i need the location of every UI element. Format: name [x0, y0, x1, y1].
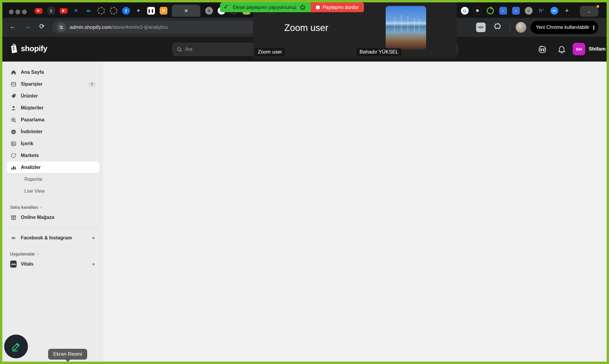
snowflake-tab-icon[interactable]: ✳ — [72, 7, 80, 15]
status-dot-icon — [92, 263, 95, 265]
shopify-wordmark: shopify — [21, 44, 47, 53]
chrome-update-button[interactable]: Yeni Chrome kullanılabilir ••• — [530, 21, 598, 34]
extensions-puzzle-icon[interactable] — [493, 23, 502, 33]
sidebar-item-label: İçerik — [21, 141, 33, 146]
search-icon — [177, 47, 182, 52]
pencil-icon — [10, 341, 22, 352]
chevron-right-icon: › — [37, 252, 39, 256]
shopify-logo[interactable]: shopify — [10, 43, 47, 54]
sparkle-tab-icon[interactable]: ✦ — [134, 7, 142, 15]
store-avatar[interactable]: Shi — [573, 43, 585, 55]
share-arrow-icon — [224, 5, 229, 10]
swirl-tab-icon[interactable] — [97, 7, 105, 15]
sidebar-item-live-view[interactable]: Live View — [7, 185, 99, 197]
sidebar-item-label: Vitals — [21, 261, 33, 267]
site-settings-icon[interactable] — [56, 23, 66, 32]
sales-channels-label: Satış kanalları — [10, 205, 38, 210]
zoom-self-label: Zoom user — [255, 48, 285, 56]
browser-profile-avatar[interactable] — [516, 22, 526, 33]
stop-sharing-button[interactable]: Paylaşımı durdur — [311, 2, 364, 12]
customers-icon — [10, 105, 17, 111]
shopify-money-tab-icon[interactable]: $ — [47, 7, 55, 15]
facebook-tab-icon[interactable]: f — [122, 7, 130, 15]
update-dot-icon — [597, 5, 599, 8]
hn-tab-icon[interactable]: hn — [537, 7, 545, 15]
meta-tab-icon[interactable]: ∞ — [84, 7, 92, 15]
sidebar-item-i-ndirimler[interactable]: %İndirimler — [7, 126, 99, 138]
youtube-tab-icon[interactable] — [59, 7, 68, 15]
traffic-light-close-icon[interactable] — [9, 10, 14, 14]
sidebar-item-label: Müşteriler — [21, 105, 43, 111]
sidebar-item-markets[interactable]: $Markets — [7, 150, 99, 161]
sidekick-assistant-icon[interactable] — [538, 45, 547, 55]
tab-search-button[interactable]: ⌄ — [580, 6, 598, 17]
traffic-light-zoom-icon[interactable] — [22, 10, 27, 14]
swirl-tab-icon[interactable] — [109, 7, 117, 15]
vitals-annotate-button[interactable] — [4, 335, 28, 358]
sidebar-item-i-erik[interactable]: İçerik — [7, 138, 99, 150]
google-tab-icon[interactable]: G — [461, 7, 469, 15]
screenshot-tooltip: Ekran Resmi — [48, 349, 87, 360]
browser-menu-icon[interactable]: ••• — [593, 25, 594, 30]
share-frame-right — [607, 0, 609, 364]
shield-check-icon: ✔ — [300, 5, 305, 10]
notifications-bell-icon[interactable] — [557, 45, 566, 55]
search-placeholder: Ara — [185, 47, 192, 52]
sales-channels-header[interactable]: Satış kanalları› — [7, 205, 99, 210]
screen-share-banner: Ekran paylaşımı yapıyorsunuz ✔ Paylaşımı… — [220, 2, 364, 12]
close-tab-icon[interactable]: ✕ — [184, 8, 188, 14]
sidebar-item-vitals[interactable]: vitalsVitals — [7, 258, 99, 270]
new-tab-button[interactable]: + — [563, 7, 571, 15]
active-tab[interactable]: ✕ — [172, 5, 200, 17]
sidebar-item-label: Analizler — [21, 165, 41, 170]
sidebar-item-label: Ana Sayfa — [21, 70, 44, 75]
forward-button[interactable]: → — [24, 23, 31, 30]
power-tab-icon[interactable] — [486, 7, 494, 15]
shopify-bag-icon — [10, 43, 18, 54]
reload-button[interactable]: ⟳ — [39, 23, 45, 30]
back-button[interactable]: ← — [10, 23, 16, 30]
globe-tab-icon[interactable]: S — [205, 7, 213, 15]
svg-text:%: % — [12, 131, 15, 134]
code-extension-icon[interactable]: </> — [476, 23, 486, 32]
traffic-light-minimize-icon[interactable] — [15, 10, 20, 14]
zoom-participant-name: Bahadır YÜKSEL — [357, 48, 401, 56]
sidebar-item-pazarlama[interactable]: Pazarlama — [7, 114, 99, 126]
apps-header[interactable]: Uygulamalar› — [7, 252, 99, 256]
sidebar-item-ana-sayfa[interactable]: Ana Sayfa — [7, 66, 99, 78]
screen-share-status: Ekran paylaşımı yapıyorsunuz ✔ — [220, 2, 311, 12]
sidebar-divider — [8, 228, 98, 228]
sidebar-item-online-store[interactable]: Online Mağaza — [7, 211, 99, 223]
sidebar-item-sipari-ler[interactable]: Siparişler7 — [7, 78, 99, 90]
screen: $✳∞f✦❚❚⚒✕S4PX4PXS4PXS ⌄ eG❋≡≡Shnzm+ Ekra… — [0, 0, 609, 364]
sidebar-item-label: Markets — [21, 153, 39, 158]
home-icon — [10, 69, 17, 76]
zoom-app-tab-icon[interactable]: zm — [550, 7, 558, 15]
sidebar-item-facebook-instagram[interactable]: ∞Facebook & Instagram — [7, 232, 99, 244]
sidebar-item-raporlar[interactable]: Raporlar — [7, 173, 99, 185]
flash2-tab-icon[interactable]: ≡ — [512, 7, 520, 15]
content-icon — [10, 140, 17, 147]
sidebar-item-label: Raporlar — [24, 177, 43, 182]
apps-label: Uygulamalar — [10, 252, 35, 256]
sidebar-item-label: Online Mağaza — [21, 215, 54, 220]
sidebar-item--r-nler[interactable]: Ürünler — [7, 90, 99, 102]
share-frame-top — [0, 0, 609, 2]
share-frame-bottom — [0, 362, 609, 364]
sidebar-item-analizler[interactable]: Analizler — [7, 161, 99, 173]
flash1-tab-icon[interactable]: ≡ — [499, 7, 507, 15]
chevron-right-icon: › — [40, 205, 42, 209]
hammer-tab-icon[interactable]: ⚒ — [159, 7, 167, 15]
url-host: admin.shopify.com — [70, 24, 111, 30]
analytics-icon — [10, 164, 17, 171]
toolbar-divider — [510, 23, 510, 32]
sidebar-item-label: Live View — [24, 189, 45, 194]
sidebar-item-m-teriler[interactable]: Müşteriler — [7, 102, 99, 114]
pause-tab-icon[interactable]: ❚❚ — [147, 7, 155, 15]
youtube-tab-icon[interactable] — [34, 7, 43, 15]
chatgpt-tab-icon[interactable]: ❋ — [473, 7, 481, 15]
sharing-text: Ekran paylaşımı yapıyorsunuz — [233, 5, 296, 10]
globe-gray-tab-icon[interactable]: S — [525, 7, 533, 15]
sidebar-item-label: Siparişler — [21, 81, 43, 87]
pinned-tabs-right: eG❋≡≡Shnzm+ — [448, 5, 571, 17]
